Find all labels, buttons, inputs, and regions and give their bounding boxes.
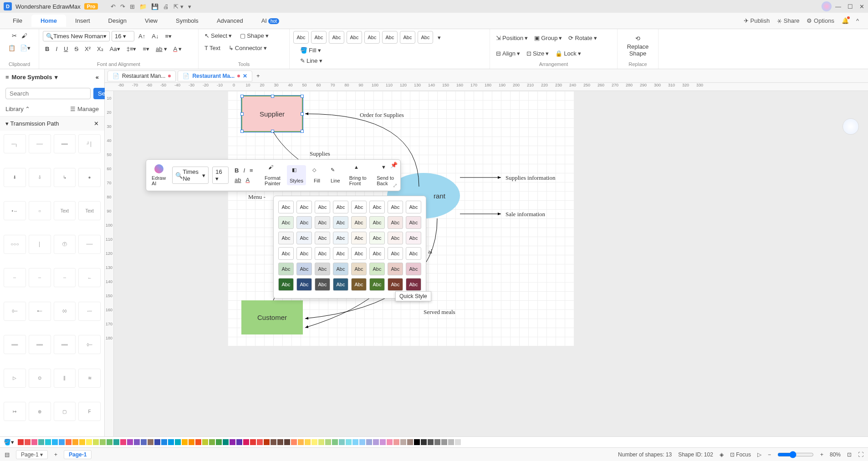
document-tab-1[interactable]: 📄 Restaurant Man... [107,71,176,81]
color-swatch[interactable] [100,439,106,445]
style-chip[interactable]: Abc [278,232,294,244]
shape-item[interactable]: ○ [29,201,51,220]
shape-item[interactable]: ══ [54,335,76,354]
color-swatch[interactable] [168,439,174,445]
style-chip[interactable]: Abc [278,216,294,229]
style-chip[interactable]: Abc [351,232,367,244]
float-styles[interactable]: ◧Styles [287,165,306,185]
style-chip[interactable]: Abc [388,201,403,213]
add-page-icon[interactable]: + [54,451,57,458]
edraw-ai-button[interactable]: Edraw AI [149,162,168,188]
style-chip[interactable]: Abc [388,278,403,291]
fill-button[interactable]: 🪣 Fill ▾ [298,46,335,55]
style-chip[interactable]: Abc [406,247,421,260]
underline-icon[interactable]: U [61,44,70,54]
tab-home[interactable]: Home [31,15,66,27]
shape-item[interactable]: ▷ [4,369,26,388]
color-swatch[interactable] [52,439,58,445]
case-icon[interactable]: Aa▾ [107,44,123,54]
group-button[interactable]: ▣ Group▾ [532,33,564,43]
maximize-icon[interactable]: ☐ [848,3,853,10]
shape-item[interactable]: ── [78,235,101,254]
color-swatch[interactable] [455,439,461,445]
float-size-select[interactable]: 16 ▾ [212,167,229,184]
tab-advanced[interactable]: Advanced [208,15,252,27]
color-swatch[interactable] [141,439,147,445]
shape-item[interactable]: Text [54,201,76,220]
style-preset-2[interactable]: Abc [311,31,327,44]
color-swatch[interactable] [311,439,317,445]
color-swatch[interactable] [271,439,276,445]
style-chip[interactable]: Abc [333,232,348,244]
shape-item[interactable]: ↳ [54,168,76,187]
style-chip[interactable]: Abc [388,216,403,229]
color-swatch[interactable] [414,439,420,445]
align-button[interactable]: ⊟ Align▾ [494,49,522,58]
shape-item[interactable]: ○○○ [4,235,26,254]
color-swatch[interactable] [380,439,386,445]
shape-item[interactable]: ◊─ [78,335,101,354]
minimize-icon[interactable]: — [835,3,841,10]
tab-insert[interactable]: Insert [66,15,99,27]
style-chip[interactable]: Abc [388,232,403,244]
shape-item[interactable]: ‖ [54,369,76,388]
shape-item[interactable]: ══ [4,335,26,354]
print-icon[interactable]: 🖨 [163,3,169,10]
notification-icon[interactable]: 🔔 [842,17,849,25]
style-chip[interactable]: Abc [351,278,367,291]
style-preset-6[interactable]: Abc [382,31,398,44]
increase-font-icon[interactable]: A↑ [136,31,148,41]
style-chip[interactable]: Abc [333,263,348,275]
tab-file[interactable]: File [4,15,31,27]
bullets-icon[interactable]: ≡▾ [140,44,152,54]
color-swatch[interactable] [359,439,365,445]
open-icon[interactable]: 📁 [139,3,147,10]
shape-item[interactable]: ≋ [78,369,101,388]
color-swatch[interactable] [18,439,24,445]
style-chip[interactable]: Abc [351,247,367,260]
color-swatch[interactable] [346,439,352,445]
shape-item[interactable]: ← [78,268,101,287]
float-align-icon[interactable]: ≡ [247,166,255,175]
font-color-icon[interactable]: A▾ [171,44,184,54]
close-category-icon[interactable]: ✕ [94,120,99,127]
color-swatch[interactable] [366,439,372,445]
zoom-slider[interactable] [777,451,814,458]
color-swatch[interactable] [339,439,345,445]
color-swatch[interactable] [257,439,263,445]
page-list-icon[interactable]: ▤ [5,451,10,458]
style-chip[interactable]: Abc [296,247,312,260]
style-chip[interactable]: Abc [296,278,312,291]
color-swatch[interactable] [325,439,331,445]
color-swatch[interactable] [352,439,358,445]
panel-toggle-icon[interactable]: ≡ [5,74,9,81]
new-icon[interactable]: ⊞ [130,3,135,10]
style-chip[interactable]: Abc [278,201,294,213]
highlight-icon[interactable]: ab▾ [153,44,169,54]
color-swatch[interactable] [318,439,324,445]
color-swatch[interactable] [250,439,256,445]
style-chip[interactable]: Abc [388,247,403,260]
paste-icon[interactable]: 📄▾ [18,43,33,53]
style-chip[interactable]: Abc [315,247,330,260]
library-dropdown[interactable]: Library ⌃ [5,106,30,112]
category-header[interactable]: ▾ Transmission Path [5,120,59,127]
ai-badge-icon[interactable] [842,118,859,135]
shape-supplier[interactable]: Supplier [241,96,303,132]
style-preset-3[interactable]: Abc [329,31,344,44]
shape-item[interactable]: ● [78,168,101,187]
shape-item[interactable]: Text [78,201,101,220]
style-chip[interactable]: Abc [369,201,385,213]
color-swatch[interactable] [189,439,194,445]
color-swatch[interactable] [305,439,311,445]
style-preset-7[interactable]: Abc [400,31,415,44]
color-swatch[interactable] [25,439,31,445]
color-swatch[interactable] [79,439,85,445]
color-swatch[interactable] [448,439,454,445]
cut-icon[interactable]: ✂ [10,31,19,41]
float-italic-icon[interactable]: I [241,166,247,175]
style-chip[interactable]: Abc [369,278,385,291]
save-icon[interactable]: 💾 [151,3,158,10]
style-chip[interactable]: Abc [315,278,330,291]
style-preset-8[interactable]: Abc [418,31,433,44]
